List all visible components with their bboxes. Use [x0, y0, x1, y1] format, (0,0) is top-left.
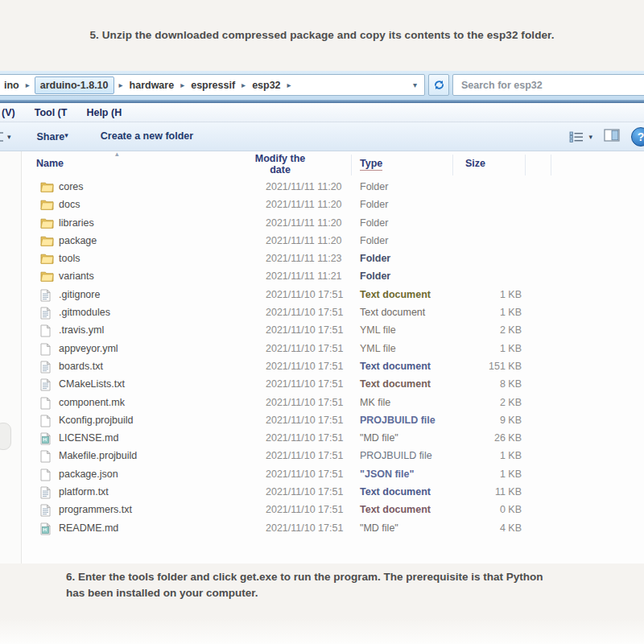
table-row[interactable]: package2021/11/11 11:20Folder [0, 233, 644, 250]
table-row[interactable]: platform.txt2021/11/10 17:51Text documen… [0, 484, 644, 502]
table-row[interactable]: libraries2021/11/11 11:20Folder [0, 215, 644, 233]
file-md-icon [40, 432, 54, 445]
breadcrumb-separator-icon[interactable]: ▸ [237, 80, 250, 89]
table-row[interactable]: cores2021/11/11 11:20Folder [0, 179, 644, 196]
file-name: LICENSE.md [59, 432, 118, 444]
file-date: 2021/11/10 17:51 [266, 289, 343, 300]
preview-pane-icon [604, 129, 620, 142]
file-name: boards.txt [59, 361, 103, 372]
file-lines-icon [40, 289, 54, 302]
file-blank-icon [40, 415, 54, 427]
file-date: 2021/11/10 17:51 [266, 450, 343, 461]
table-row[interactable]: tools2021/11/11 11:23Folder [0, 250, 644, 268]
search-box [452, 74, 644, 96]
file-blank-icon [40, 324, 54, 337]
table-row[interactable]: CMakeLists.txt2021/11/10 17:51Text docum… [0, 376, 644, 394]
file-md-icon [40, 522, 54, 535]
file-name: Kconfig.projbuild [59, 415, 133, 426]
breadcrumb[interactable]: ino▸arduino-1.8.10▸hardware▸espressif▸es… [0, 74, 425, 96]
breadcrumb-separator-icon[interactable]: ▸ [114, 80, 128, 89]
menu-item[interactable]: Tool (T [25, 105, 77, 120]
folder-icon [40, 235, 54, 248]
menu-item[interactable]: Help (H [76, 105, 131, 120]
file-name: component.mk [59, 397, 125, 408]
address-dropdown-icon[interactable]: ▾ [413, 80, 424, 89]
table-row[interactable]: Kconfig.projbuild2021/11/10 17:51PROJBUI… [0, 412, 644, 430]
file-type: Folder [360, 235, 388, 246]
file-date: 2021/11/10 17:51 [266, 378, 343, 390]
breadcrumb-segment[interactable]: hardware [128, 77, 176, 93]
table-row[interactable]: boards.txt2021/11/10 17:51Text document1… [0, 358, 644, 376]
column-header-size[interactable]: Size [465, 158, 485, 169]
menu-bar: (V)Tool (THelp (H [0, 103, 644, 122]
file-lines-icon [40, 378, 54, 391]
help-button[interactable]: ? [631, 127, 644, 147]
preview-pane-button[interactable] [604, 129, 620, 145]
breadcrumb-separator-icon[interactable]: ▸ [21, 80, 35, 89]
header-separator [551, 155, 551, 175]
file-date: 2021/11/11 11:20 [266, 199, 342, 210]
file-date: 2021/11/11 11:20 [266, 217, 342, 229]
screenshot-root: 5. Unzip the downloaded compressed packa… [0, 0, 644, 644]
file-blank-icon [40, 343, 54, 356]
file-name: variants [59, 270, 94, 282]
search-input[interactable] [453, 75, 644, 95]
chevron-down-icon: ▾ [64, 131, 68, 139]
file-date: 2021/11/10 17:51 [266, 361, 343, 372]
table-row[interactable]: package.json2021/11/10 17:51"JSON file"1… [0, 466, 644, 484]
header-separator [351, 155, 352, 175]
file-size: 4 KB [447, 522, 522, 534]
table-row[interactable]: programmers.txt2021/11/10 17:51Text docu… [0, 502, 644, 519]
menu-item[interactable]: (V) [0, 105, 25, 120]
file-blank-icon [40, 469, 54, 481]
file-date: 2021/11/10 17:51 [266, 486, 343, 497]
file-name: Makefile.projbuild [59, 450, 137, 461]
breadcrumb-segment[interactable]: espressif [189, 77, 237, 93]
breadcrumb-segment[interactable]: esp32 [250, 77, 282, 93]
table-row[interactable]: docs2021/11/11 11:20Folder [0, 196, 644, 214]
column-header-name[interactable]: Name [36, 158, 64, 169]
file-lines-icon [40, 307, 54, 320]
table-row[interactable]: .travis.yml2021/11/10 17:51YML file2 KB [0, 322, 644, 340]
column-header-type[interactable]: Type [360, 158, 382, 171]
table-row[interactable]: .gitmodules2021/11/10 17:51Text document… [0, 304, 644, 322]
file-date: 2021/11/10 17:51 [266, 432, 343, 444]
file-name: libraries [59, 217, 94, 229]
share-button[interactable]: Share▾ [37, 131, 68, 142]
breadcrumb-separator-icon[interactable]: ▸ [283, 80, 296, 89]
file-type: "JSON file" [360, 469, 414, 480]
refresh-button[interactable] [428, 74, 449, 96]
table-row[interactable]: README.md2021/11/10 17:51"MD file"4 KB [0, 520, 644, 538]
breadcrumb-separator-icon[interactable]: ▸ [175, 80, 189, 89]
table-row[interactable]: Makefile.projbuild2021/11/10 17:51PROJBU… [0, 448, 644, 465]
file-name: platform.txt [59, 486, 109, 497]
file-size: 2 KB [447, 397, 522, 408]
file-date: 2021/11/10 17:51 [266, 469, 343, 480]
table-row[interactable]: .gitignore2021/11/10 17:51Text document1… [0, 287, 644, 304]
table-row[interactable]: component.mk2021/11/10 17:51MK file2 KB [0, 394, 644, 412]
file-type: PROJBUILD file [360, 415, 436, 426]
file-type: Folder [360, 217, 388, 229]
new-folder-button[interactable]: Create a new folder [101, 130, 163, 142]
table-row[interactable]: LICENSE.md2021/11/10 17:51"MD file"26 KB [0, 430, 644, 448]
file-size: 11 KB [447, 486, 522, 497]
column-header-date[interactable]: Modify the date [251, 153, 309, 176]
breadcrumb-segment[interactable]: ino [2, 77, 21, 93]
file-type: Folder [360, 253, 390, 264]
file-type: MK file [360, 397, 390, 408]
file-date: 2021/11/11 11:20 [266, 181, 342, 192]
folder-icon [40, 253, 54, 266]
file-date: 2021/11/10 17:51 [266, 397, 343, 408]
views-button[interactable]: ▾ [569, 131, 592, 142]
instruction-step5-text: 5. Unzip the downloaded compressed packa… [0, 0, 644, 41]
share-label: Share [37, 131, 65, 142]
file-type: "MD file" [360, 522, 398, 534]
file-size: 1 KB [447, 289, 522, 300]
folder-icon [40, 217, 54, 230]
organize-button[interactable]: ▾ [0, 131, 11, 142]
breadcrumb-segment[interactable]: arduino-1.8.10 [35, 76, 114, 94]
table-row[interactable]: variants2021/11/11 11:21Folder [0, 268, 644, 286]
address-bar: ino▸arduino-1.8.10▸hardware▸espressif▸es… [0, 71, 644, 100]
file-size: 26 KB [447, 432, 522, 444]
table-row[interactable]: appveyor.yml2021/11/10 17:51YML file1 KB [0, 341, 644, 358]
